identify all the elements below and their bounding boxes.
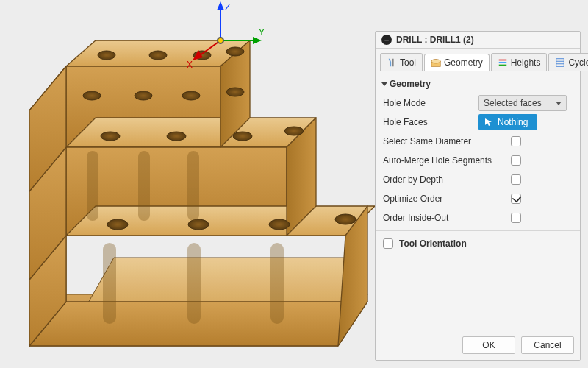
svg-point-21	[98, 51, 115, 60]
svg-rect-42	[270, 243, 284, 324]
chevron-down-icon	[556, 102, 562, 105]
svg-marker-10	[66, 118, 316, 147]
panel-titlebar[interactable]: – DRILL : DRILL1 (2)	[376, 32, 580, 49]
section-title: Geometry	[390, 79, 431, 89]
panel-button-bar: OK Cancel	[376, 330, 580, 360]
svg-point-24	[226, 47, 244, 56]
hole-mode-value: Selected faces	[484, 98, 542, 108]
tab-geometry[interactable]: Geometry	[424, 54, 490, 71]
order-by-depth-label: Order by Depth	[383, 174, 508, 185]
svg-rect-53	[498, 59, 506, 60]
tool-icon	[387, 57, 397, 68]
hole-mode-label: Hole Mode	[383, 98, 478, 108]
geometry-section-header[interactable]: Geometry	[383, 76, 573, 93]
order-inside-out-checkbox[interactable]	[511, 213, 521, 223]
order-inside-out-label: Order Inside-Out	[383, 213, 508, 223]
row-auto-merge: Auto-Merge Hole Segments	[383, 151, 573, 170]
auto-merge-label: Auto-Merge Hole Segments	[383, 155, 508, 166]
row-optimize-order: Optimize Order	[383, 189, 573, 208]
svg-marker-44	[217, 1, 224, 10]
geometry-icon	[431, 57, 441, 68]
svg-rect-41	[187, 243, 201, 324]
ok-button[interactable]: OK	[462, 336, 515, 354]
row-order-by-depth: Order by Depth	[383, 170, 573, 189]
svg-point-52	[431, 60, 440, 63]
chevron-down-icon	[381, 82, 387, 86]
hole-faces-value: Nothing	[498, 117, 528, 127]
svg-rect-56	[556, 58, 564, 66]
axis-x-label: X	[187, 60, 193, 70]
svg-rect-37	[87, 151, 98, 221]
svg-point-36	[335, 214, 356, 224]
tab-cycle[interactable]: Cycle	[548, 53, 588, 71]
svg-rect-50	[392, 58, 394, 66]
svg-point-30	[167, 132, 186, 141]
optimize-order-checkbox[interactable]	[511, 194, 521, 204]
svg-rect-38	[138, 151, 150, 221]
svg-point-49	[218, 38, 223, 43]
axis-y-label: Y	[259, 27, 265, 38]
feature-badge-icon: –	[381, 35, 392, 45]
tab-cycle-label: Cycle	[568, 57, 588, 68]
drill-feature-panel: – DRILL : DRILL1 (2) Tool Geometry Heigh…	[375, 31, 581, 361]
hole-faces-selector[interactable]: Nothing	[478, 114, 537, 130]
svg-point-29	[101, 132, 120, 141]
tab-tool[interactable]: Tool	[380, 53, 423, 71]
tab-heights[interactable]: Heights	[491, 53, 548, 71]
tool-orientation-label: Tool Orientation	[399, 238, 467, 249]
svg-point-31	[233, 132, 252, 141]
section-divider	[376, 230, 580, 231]
geometry-section: Geometry Hole Mode Selected faces Hole F…	[376, 71, 580, 259]
same-diameter-checkbox[interactable]	[511, 136, 521, 146]
svg-point-34	[188, 219, 209, 230]
row-hole-faces: Hole Faces Nothing	[383, 113, 573, 132]
svg-rect-40	[103, 243, 116, 324]
tool-orientation-checkbox[interactable]	[383, 238, 393, 249]
svg-point-28	[226, 88, 244, 96]
svg-rect-54	[498, 62, 506, 63]
svg-point-32	[284, 127, 304, 135]
same-diameter-label: Select Same Diameter	[383, 136, 508, 146]
pointer-icon	[484, 118, 493, 127]
svg-point-26	[135, 91, 152, 100]
row-order-inside-out: Order Inside-Out	[383, 208, 573, 227]
row-tool-orientation: Tool Orientation	[383, 234, 573, 253]
svg-point-35	[269, 219, 290, 230]
hole-faces-label: Hole Faces	[383, 117, 478, 127]
svg-point-25	[83, 91, 101, 100]
tab-tool-label: Tool	[400, 57, 416, 68]
svg-point-27	[182, 91, 200, 100]
order-by-depth-checkbox[interactable]	[511, 174, 521, 185]
optimize-order-label: Optimize Order	[383, 194, 508, 204]
svg-rect-39	[187, 151, 199, 221]
cycle-icon	[555, 57, 565, 68]
hole-mode-dropdown[interactable]: Selected faces	[478, 95, 567, 111]
svg-point-22	[149, 51, 167, 60]
svg-point-33	[107, 219, 128, 230]
panel-tabs: Tool Geometry Heights Cycle	[376, 49, 580, 71]
auto-merge-checkbox[interactable]	[511, 155, 521, 166]
svg-marker-46	[253, 37, 262, 44]
svg-rect-55	[498, 64, 506, 66]
panel-title: DRILL : DRILL1 (2)	[396, 35, 474, 45]
cancel-button[interactable]: Cancel	[521, 336, 574, 354]
axis-z-label: Z	[225, 2, 230, 13]
heights-icon	[498, 57, 508, 68]
row-same-diameter: Select Same Diameter	[383, 132, 573, 151]
tab-geometry-label: Geometry	[444, 57, 483, 68]
tab-heights-label: Heights	[511, 57, 541, 68]
row-hole-mode: Hole Mode Selected faces	[383, 93, 573, 113]
